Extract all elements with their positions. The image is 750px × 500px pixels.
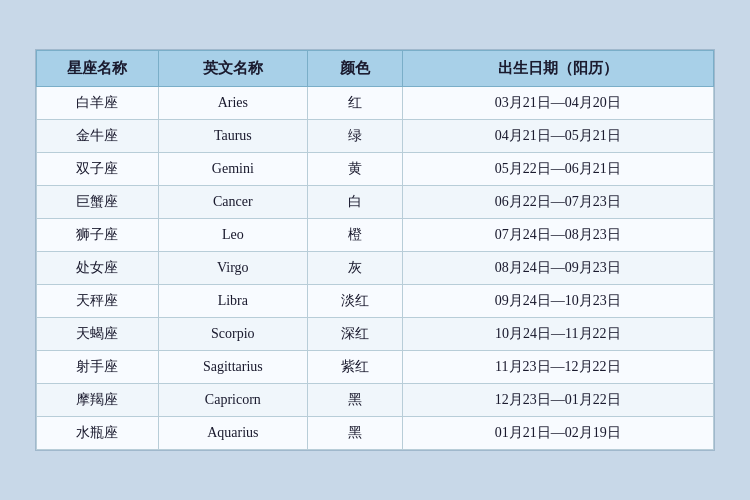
header-chinese: 星座名称 — [37, 51, 159, 87]
cell-color: 绿 — [307, 120, 402, 153]
cell-color: 紫红 — [307, 351, 402, 384]
cell-date: 07月24日—08月23日 — [402, 219, 713, 252]
cell-chinese: 白羊座 — [37, 87, 159, 120]
zodiac-table: 星座名称 英文名称 颜色 出生日期（阳历） 白羊座Aries红03月21日—04… — [36, 50, 714, 450]
cell-english: Cancer — [158, 186, 307, 219]
cell-english: Aquarius — [158, 417, 307, 450]
cell-color: 黑 — [307, 417, 402, 450]
cell-english: Virgo — [158, 252, 307, 285]
header-color: 颜色 — [307, 51, 402, 87]
table-body: 白羊座Aries红03月21日—04月20日金牛座Taurus绿04月21日—0… — [37, 87, 714, 450]
cell-english: Sagittarius — [158, 351, 307, 384]
cell-color: 黄 — [307, 153, 402, 186]
cell-chinese: 金牛座 — [37, 120, 159, 153]
cell-color: 黑 — [307, 384, 402, 417]
cell-english: Gemini — [158, 153, 307, 186]
cell-chinese: 天蝎座 — [37, 318, 159, 351]
table-row: 处女座Virgo灰08月24日—09月23日 — [37, 252, 714, 285]
cell-chinese: 狮子座 — [37, 219, 159, 252]
cell-chinese: 水瓶座 — [37, 417, 159, 450]
table-row: 金牛座Taurus绿04月21日—05月21日 — [37, 120, 714, 153]
cell-date: 10月24日—11月22日 — [402, 318, 713, 351]
cell-date: 11月23日—12月22日 — [402, 351, 713, 384]
cell-date: 01月21日—02月19日 — [402, 417, 713, 450]
cell-english: Aries — [158, 87, 307, 120]
table-header-row: 星座名称 英文名称 颜色 出生日期（阳历） — [37, 51, 714, 87]
table-row: 白羊座Aries红03月21日—04月20日 — [37, 87, 714, 120]
cell-english: Taurus — [158, 120, 307, 153]
cell-english: Scorpio — [158, 318, 307, 351]
cell-date: 05月22日—06月21日 — [402, 153, 713, 186]
header-date: 出生日期（阳历） — [402, 51, 713, 87]
header-english: 英文名称 — [158, 51, 307, 87]
table-row: 天蝎座Scorpio深红10月24日—11月22日 — [37, 318, 714, 351]
cell-chinese: 摩羯座 — [37, 384, 159, 417]
cell-color: 灰 — [307, 252, 402, 285]
table-row: 狮子座Leo橙07月24日—08月23日 — [37, 219, 714, 252]
table-row: 双子座Gemini黄05月22日—06月21日 — [37, 153, 714, 186]
cell-english: Libra — [158, 285, 307, 318]
cell-date: 03月21日—04月20日 — [402, 87, 713, 120]
cell-date: 12月23日—01月22日 — [402, 384, 713, 417]
cell-chinese: 巨蟹座 — [37, 186, 159, 219]
cell-chinese: 天秤座 — [37, 285, 159, 318]
table-row: 巨蟹座Cancer白06月22日—07月23日 — [37, 186, 714, 219]
table-row: 天秤座Libra淡红09月24日—10月23日 — [37, 285, 714, 318]
cell-chinese: 处女座 — [37, 252, 159, 285]
table-row: 摩羯座Capricorn黑12月23日—01月22日 — [37, 384, 714, 417]
cell-date: 09月24日—10月23日 — [402, 285, 713, 318]
cell-english: Leo — [158, 219, 307, 252]
cell-color: 白 — [307, 186, 402, 219]
table-row: 水瓶座Aquarius黑01月21日—02月19日 — [37, 417, 714, 450]
cell-chinese: 双子座 — [37, 153, 159, 186]
cell-color: 淡红 — [307, 285, 402, 318]
cell-color: 红 — [307, 87, 402, 120]
cell-date: 06月22日—07月23日 — [402, 186, 713, 219]
cell-english: Capricorn — [158, 384, 307, 417]
cell-date: 08月24日—09月23日 — [402, 252, 713, 285]
cell-color: 橙 — [307, 219, 402, 252]
zodiac-table-container: 星座名称 英文名称 颜色 出生日期（阳历） 白羊座Aries红03月21日—04… — [35, 49, 715, 451]
cell-date: 04月21日—05月21日 — [402, 120, 713, 153]
table-row: 射手座Sagittarius紫红11月23日—12月22日 — [37, 351, 714, 384]
cell-chinese: 射手座 — [37, 351, 159, 384]
cell-color: 深红 — [307, 318, 402, 351]
